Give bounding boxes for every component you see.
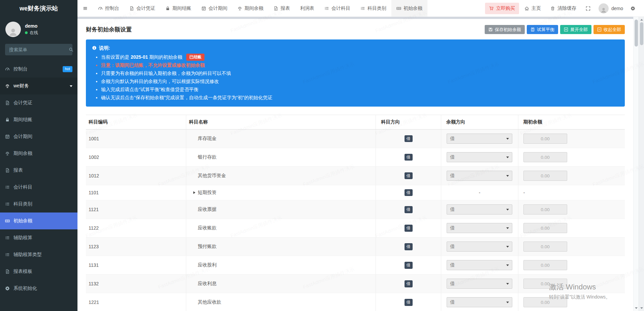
page-title: 财务初始余额设置: [86, 26, 132, 33]
hot-badge: hot: [63, 66, 72, 72]
toolbar-button-保存初始余额[interactable]: 保存初始余额: [485, 25, 525, 34]
sidebar-item-系统初始化[interactable]: 系统初始化: [0, 280, 77, 297]
buy-now-button[interactable]: 立即购买: [485, 3, 519, 14]
expand-slot: [189, 191, 198, 194]
fullscreen-button[interactable]: [582, 3, 594, 13]
table-row: 1121应收票据借借0.00: [86, 200, 625, 219]
clear-cache-button[interactable]: 清除缓存: [546, 3, 580, 14]
balance-direction-select[interactable]: 借: [447, 223, 512, 233]
subject-code: 1002: [86, 148, 186, 167]
select-value: 借: [450, 299, 455, 305]
tab-期间结账[interactable]: 期间结账: [160, 0, 196, 17]
tab-利润表[interactable]: 利润表: [295, 0, 319, 17]
initial-balance-input[interactable]: 0.00: [523, 223, 567, 233]
sidebar-item-报表[interactable]: 报表: [0, 162, 77, 179]
page-scrollbar[interactable]: [639, 17, 644, 311]
avatar[interactable]: [599, 3, 609, 13]
subject-code: 1122: [86, 219, 186, 237]
balance-direction-select[interactable]: 借: [447, 279, 512, 289]
subject-code: 1012: [86, 167, 186, 185]
tab-会计科目[interactable]: 会计科目: [319, 0, 355, 17]
scrollbar-thumb[interactable]: [640, 22, 643, 45]
tab-label: 报表: [281, 5, 290, 11]
avatar[interactable]: [5, 22, 21, 37]
balance-direction-select[interactable]: 借: [447, 134, 512, 144]
chevron-down-icon: [70, 85, 72, 87]
tab-会计期间[interactable]: 会计期间: [196, 0, 232, 17]
direction-badge: 借: [405, 189, 413, 196]
select-value: 借: [450, 262, 455, 268]
expand-caret-icon[interactable]: [193, 191, 195, 194]
notice-text: 只需要为有余额的科目输入期初余额，余额为0的科目可以不填: [101, 70, 231, 76]
tab-会计凭证[interactable]: 会计凭证: [124, 0, 160, 17]
initial-balance-input[interactable]: 0.00: [523, 297, 567, 307]
sidebar-item-期间余额[interactable]: 期间余额: [0, 145, 77, 162]
initial-balance-input[interactable]: 0.00: [523, 134, 567, 144]
top-navbar: 控制台会计凭证期间结账会计期间期间余额报表利润表会计科目科目类别初始余额 立即购…: [77, 0, 644, 17]
sidebar-item-控制台[interactable]: 控制台hot: [0, 61, 77, 78]
sidebar-item-初始余额[interactable]: 初始余额: [0, 213, 77, 229]
balance-direction-select[interactable]: 借: [447, 204, 512, 215]
initial-balance-input[interactable]: 0.00: [523, 204, 567, 215]
lock-icon: [5, 117, 10, 122]
toolbar-button-展开全部[interactable]: 展开全部: [560, 25, 591, 34]
toolbar-button-label: 收起全部: [604, 27, 621, 33]
sidebar-item-辅助核算类型[interactable]: 辅助核算类型: [0, 246, 77, 263]
search-input[interactable]: [9, 47, 69, 52]
gear-icon: [631, 6, 635, 11]
tab-控制台[interactable]: 控制台: [93, 0, 124, 17]
sidebar-item-报表模板[interactable]: 报表模板: [0, 263, 77, 280]
subject-name: 应收票据: [198, 206, 217, 212]
balance-direction-select[interactable]: 借: [447, 242, 512, 252]
scroll-down-arrow-icon[interactable]: [635, 307, 638, 309]
initial-balance-input[interactable]: 0.00: [523, 171, 567, 181]
sidebar-item-label: 期间结账: [13, 117, 32, 123]
settings-button[interactable]: [626, 3, 639, 13]
initial-balance-input[interactable]: 0.00: [523, 279, 567, 289]
table-row: 1012其他货币资金借借0.00: [86, 167, 625, 185]
scroll-down-arrow-icon[interactable]: [640, 307, 643, 309]
subject-direction-cell: 借: [376, 275, 441, 293]
sidebar-item-辅助核算[interactable]: 辅助核算: [0, 229, 77, 246]
notice-text: 期间的初始余额: [148, 54, 182, 60]
tab-期间余额[interactable]: 期间余额: [232, 0, 268, 17]
cal-icon: [201, 6, 206, 11]
balance-direction-select[interactable]: 借: [447, 171, 512, 181]
select-value: 借: [450, 173, 455, 179]
sidebar-item-会计期间[interactable]: 会计期间: [0, 128, 77, 145]
search-button[interactable]: [69, 45, 73, 55]
sidebar-item-label: we财务: [13, 83, 29, 89]
username[interactable]: demo: [611, 6, 625, 11]
scale-icon: [237, 6, 242, 11]
balance-direction-select[interactable]: 借: [447, 260, 512, 270]
table-row: 1123预付账款借借0.00: [86, 237, 625, 256]
balance-direction-select[interactable]: 借: [447, 297, 512, 307]
tab-初始余额[interactable]: 初始余额: [391, 0, 427, 17]
toolbar-button-试算平衡[interactable]: 试算平衡: [527, 25, 558, 34]
user-icon: [8, 27, 18, 37]
subject-direction-cell: 借: [376, 256, 441, 275]
initial-balance-input[interactable]: 0.00: [523, 242, 567, 252]
balance-direction-cell: 借: [441, 130, 518, 148]
sidebar-item-会计科目[interactable]: 会计科目: [0, 179, 77, 196]
user-name: demo: [25, 23, 38, 29]
sidebar-item-科目类别[interactable]: 科目类别: [0, 196, 77, 213]
balance-direction-select[interactable]: 借: [447, 152, 512, 162]
initial-balance-input[interactable]: 0.00: [523, 260, 567, 270]
panel-scrollbar[interactable]: [633, 17, 639, 311]
sidebar-search: [5, 44, 72, 55]
sidebar-toggle-button[interactable]: [77, 0, 93, 17]
tab-科目类别[interactable]: 科目类别: [355, 0, 391, 17]
sidebar-item-会计凭证[interactable]: 会计凭证: [0, 94, 77, 111]
home-button[interactable]: 主页: [520, 3, 545, 14]
tab-报表[interactable]: 报表: [268, 0, 295, 17]
initial-balance-input[interactable]: 0.00: [523, 152, 567, 162]
initial-balance-cell: 0.00: [518, 256, 625, 275]
scroll-up-arrow-icon[interactable]: [640, 19, 643, 21]
caret-down-icon: [506, 157, 509, 158]
sidebar-item-we财务[interactable]: we财务: [0, 78, 77, 94]
scrollbar-thumb[interactable]: [635, 20, 638, 47]
sidebar-item-期间结账[interactable]: 期间结账: [0, 111, 77, 128]
toolbar-button-收起全部[interactable]: 收起全部: [593, 25, 625, 34]
balance-direction-cell: -: [441, 185, 518, 200]
